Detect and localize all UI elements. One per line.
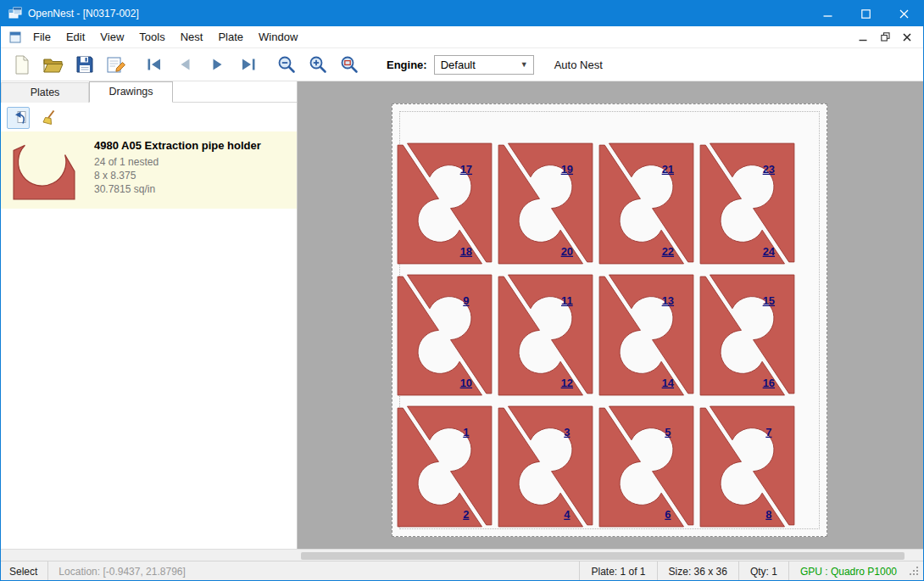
broom-icon: [41, 109, 58, 126]
left-panel: Plates Drawings 4: [1, 81, 298, 549]
nested-pair-cell: 56: [597, 403, 696, 530]
save-edit-button[interactable]: [100, 51, 131, 79]
part-number[interactable]: 18: [460, 245, 472, 258]
nested-pair-cell: 1718: [395, 140, 494, 267]
save-button[interactable]: [69, 51, 100, 79]
menu-bar: File Edit View Tools Nest Plate Window: [1, 26, 923, 48]
nested-pair-cell: 12: [395, 403, 494, 530]
part-number[interactable]: 9: [463, 294, 469, 307]
part-number[interactable]: 19: [561, 163, 573, 176]
engine-select[interactable]: Default ▼: [434, 55, 534, 75]
part-number[interactable]: 11: [561, 294, 573, 307]
minimize-button[interactable]: [809, 1, 847, 26]
app-icon: [8, 7, 22, 20]
part-number[interactable]: 12: [561, 377, 573, 389]
zoom-out-icon: [276, 54, 297, 75]
menu-edit[interactable]: Edit: [58, 26, 92, 48]
menu-view[interactable]: View: [92, 26, 131, 48]
main-toolbar: Engine: Default ▼ Auto Nest: [1, 48, 923, 81]
part-number[interactable]: 10: [460, 377, 472, 389]
engine-value: Default: [441, 59, 476, 71]
nested-pair-cell: 1516: [698, 271, 797, 399]
bottom-scroll-strip: [1, 549, 923, 561]
first-icon: [143, 56, 165, 73]
mdi-close-button[interactable]: [896, 28, 918, 47]
part-number[interactable]: 15: [763, 294, 775, 307]
tab-plates[interactable]: Plates: [1, 82, 89, 103]
part-number[interactable]: 3: [564, 426, 570, 439]
menu-file[interactable]: File: [25, 26, 58, 48]
drawing-nested-count: 24 of 1 nested: [94, 155, 261, 169]
part-number[interactable]: 14: [662, 377, 675, 389]
next-icon: [206, 56, 228, 73]
drawing-list-item[interactable]: 4980 A05 Extraction pipe holder 24 of 1 …: [1, 131, 297, 209]
auto-nest-button[interactable]: Auto Nest: [554, 59, 603, 71]
open-button[interactable]: [37, 51, 69, 79]
part-number[interactable]: 20: [561, 245, 573, 258]
status-plate: Plate: 1 of 1: [580, 566, 656, 578]
part-number[interactable]: 22: [662, 245, 674, 258]
part-number[interactable]: 6: [665, 508, 671, 521]
part-number[interactable]: 5: [665, 426, 671, 439]
part-number[interactable]: 2: [463, 508, 469, 521]
first-plate-button[interactable]: [138, 51, 170, 79]
part-number[interactable]: 4: [564, 508, 571, 521]
resize-grip[interactable]: [910, 567, 920, 577]
clear-drawings-button[interactable]: [37, 107, 60, 129]
new-button[interactable]: [6, 51, 37, 79]
nesting-canvas[interactable]: 171819202122232491011121314151612345678: [298, 81, 924, 549]
status-qty: Qty: 1: [739, 566, 788, 578]
drawing-area: 30.7815 sq/in: [94, 182, 261, 196]
zoom-in-icon: [308, 54, 328, 75]
close-button[interactable]: [885, 1, 923, 26]
nested-pair-cell: 2324: [698, 140, 797, 267]
open-folder-icon: [42, 55, 64, 74]
mdi-controls: [852, 28, 918, 47]
part-number[interactable]: 17: [460, 163, 472, 176]
maximize-icon: [861, 9, 871, 19]
part-number[interactable]: 24: [763, 245, 776, 258]
status-gpu: GPU : Quadro P1000: [789, 566, 908, 578]
menu-tools[interactable]: Tools: [131, 26, 172, 48]
horizontal-scrollbar[interactable]: [298, 550, 923, 561]
menu-window[interactable]: Window: [251, 26, 305, 48]
last-plate-button[interactable]: [232, 51, 264, 79]
zoom-fit-button[interactable]: [333, 51, 365, 79]
minimize-icon: [823, 9, 832, 19]
replace-drawing-button[interactable]: [7, 107, 30, 129]
part-number[interactable]: 21: [662, 163, 674, 176]
zoom-fit-icon: [339, 54, 359, 75]
import-arrow-icon: [10, 109, 27, 126]
previous-icon: [175, 56, 197, 73]
part-thumbnail: [11, 140, 77, 203]
maximize-button[interactable]: [847, 1, 885, 26]
menu-nest[interactable]: Nest: [173, 26, 211, 48]
zoom-out-button[interactable]: [270, 51, 302, 79]
nested-pair-cell: 1920: [496, 140, 595, 267]
mdi-minimize-button[interactable]: [852, 28, 874, 47]
drawing-size: 8 x 8.375: [94, 169, 261, 182]
title-bar: OpenNest - [N0317-002]: [1, 1, 923, 26]
plate-sheet: 171819202122232491011121314151612345678: [392, 103, 827, 537]
app-window: OpenNest - [N0317-002] File Edit View To…: [0, 0, 924, 581]
drawing-info: 4980 A05 Extraction pipe holder 24 of 1 …: [94, 139, 261, 209]
mdi-restore-button[interactable]: [874, 28, 896, 47]
new-file-icon: [13, 54, 31, 75]
menu-plate[interactable]: Plate: [210, 26, 251, 48]
next-plate-button[interactable]: [201, 51, 232, 79]
mdi-minimize-icon: [859, 33, 867, 42]
part-number[interactable]: 1: [463, 426, 469, 439]
part-number[interactable]: 13: [662, 294, 674, 307]
mdi-restore-icon: [881, 32, 890, 42]
part-number[interactable]: 16: [763, 377, 775, 389]
scrollbar-thumb[interactable]: [301, 552, 905, 560]
tab-drawings[interactable]: Drawings: [89, 81, 173, 103]
previous-plate-button[interactable]: [170, 51, 201, 79]
part-number[interactable]: 7: [765, 426, 771, 439]
part-number[interactable]: 23: [763, 163, 775, 176]
zoom-in-button[interactable]: [302, 51, 333, 79]
part-number[interactable]: 8: [765, 508, 771, 521]
document-icon: [8, 31, 22, 44]
status-location: Location: [-0.9437, 21.8796]: [48, 566, 579, 578]
nested-pair-cell: 2122: [597, 140, 696, 267]
